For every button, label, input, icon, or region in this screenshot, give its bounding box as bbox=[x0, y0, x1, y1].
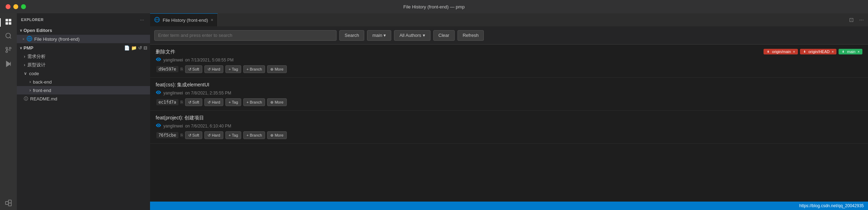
commit-meta: yanglinwei on 7/6/2021, 6:10:40 PM bbox=[156, 123, 862, 129]
tab-bar-left: File History (front-end) × bbox=[150, 13, 218, 26]
sidebar-item-run[interactable] bbox=[2, 58, 15, 71]
tab-label: File History (front-end) bbox=[163, 18, 208, 23]
tree-item-readme[interactable]: ⓘ README.md bbox=[17, 94, 150, 103]
badge-close-icon[interactable]: × bbox=[793, 50, 795, 54]
copy-icon[interactable]: ⎘ bbox=[181, 133, 183, 138]
refresh-button[interactable]: Refresh bbox=[457, 30, 484, 41]
tree-item-label: 需求分析 bbox=[27, 53, 46, 60]
table-row[interactable]: feat(css): 集成elementUI yanglinwei on 7/8… bbox=[150, 78, 868, 111]
copy-icon[interactable]: ⎘ bbox=[181, 100, 183, 105]
split-editor-icon[interactable]: ⊡ bbox=[848, 15, 855, 25]
commit-date: on 7/6/2021, 6:10:40 PM bbox=[185, 124, 231, 129]
add-tag-button[interactable]: + Tag bbox=[225, 65, 241, 73]
add-branch-button[interactable]: + Branch bbox=[243, 131, 265, 139]
open-editors-header[interactable]: ∨ Open Editors bbox=[17, 26, 150, 35]
sidebar-item-search[interactable] bbox=[2, 30, 15, 43]
soft-button[interactable]: ↺Soft bbox=[185, 131, 203, 139]
tab-file-history[interactable]: File History (front-end) × bbox=[150, 13, 218, 26]
sidebar-more-button[interactable]: ··· bbox=[138, 16, 146, 24]
badge-main-close-icon[interactable]: × bbox=[857, 50, 860, 54]
svg-rect-13 bbox=[8, 203, 11, 206]
sidebar-item-extensions[interactable] bbox=[2, 197, 15, 210]
maximize-button[interactable] bbox=[21, 4, 26, 9]
commit-left: 删除文件 yanglinwei on 7/13/2021, 5:08:55 PM bbox=[156, 49, 764, 63]
table-row[interactable]: feat(project): 创建项目 yanglinwei on 7/6/20… bbox=[150, 111, 868, 144]
commit-header: feat(css): 集成elementUI yanglinwei on 7/8… bbox=[156, 82, 862, 96]
hard-button[interactable]: ↺Hard bbox=[204, 98, 223, 106]
tree-item-code[interactable]: ∨ code bbox=[17, 69, 150, 78]
clear-button[interactable]: Clear bbox=[433, 30, 455, 41]
authors-label: All Authors bbox=[399, 33, 421, 38]
hard-button[interactable]: ↺Hard bbox=[204, 65, 223, 73]
commit-date: on 7/8/2021, 2:35:55 PM bbox=[185, 91, 231, 96]
tree-item-frontend[interactable]: › front-end bbox=[17, 86, 150, 94]
add-tag-button[interactable]: + Tag bbox=[225, 131, 241, 139]
tree-item-label: 原型设计 bbox=[27, 62, 46, 68]
tree-item-label: code bbox=[29, 71, 39, 76]
badge-origin-main: origin/main × bbox=[764, 49, 798, 54]
commit-message: feat(project): 创建项目 bbox=[156, 115, 862, 121]
svg-rect-0 bbox=[6, 19, 8, 21]
commit-author: yanglinwei bbox=[163, 124, 183, 129]
run-icon bbox=[5, 60, 12, 69]
tab-more-icon[interactable]: ··· bbox=[858, 15, 865, 25]
add-branch-button[interactable]: + Branch bbox=[243, 98, 265, 106]
sidebar-item-explorer[interactable] bbox=[2, 16, 15, 29]
badge-origin-head-close-icon[interactable]: × bbox=[832, 50, 834, 54]
pmp-actions: 📄 📁 ↺ ⊟ bbox=[124, 45, 147, 51]
copy-icon[interactable]: ⎘ bbox=[181, 67, 183, 72]
file-globe-icon bbox=[27, 36, 32, 42]
folder-chevron-icon: › bbox=[24, 54, 25, 59]
new-folder-icon[interactable]: 📁 bbox=[131, 45, 137, 51]
commit-actions-row: d9e597e ⎘ ↺Soft ↺Hard + Tag + Branch ⊕ M… bbox=[156, 65, 862, 73]
tree-item-label: front-end bbox=[33, 88, 51, 93]
pmp-header[interactable]: ∨ PMP 📄 📁 ↺ ⊟ bbox=[17, 43, 150, 52]
tree-item-requirements[interactable]: › 需求分析 bbox=[17, 52, 150, 61]
info-icon: ⓘ bbox=[24, 96, 28, 102]
explorer-icon bbox=[5, 18, 12, 27]
more-button-2[interactable]: ⊕ More bbox=[267, 98, 286, 106]
add-branch-button[interactable]: + Branch bbox=[243, 65, 265, 73]
svg-rect-3 bbox=[9, 22, 11, 24]
open-editor-item[interactable]: × File History (front-end) bbox=[17, 35, 150, 43]
soft-button[interactable]: ↺Soft bbox=[185, 98, 203, 106]
hard-button[interactable]: ↺Hard bbox=[204, 131, 223, 139]
more-button-3[interactable]: ⊕ More bbox=[267, 131, 286, 139]
tree-item-label: back-end bbox=[33, 79, 52, 85]
soft-button[interactable]: ↺Soft bbox=[185, 65, 203, 73]
branch-chevron-icon: ▾ bbox=[384, 33, 386, 38]
collapse-icon[interactable]: ⊟ bbox=[143, 45, 147, 51]
sidebar-title: Explorer bbox=[21, 18, 44, 22]
refresh-icon[interactable]: ↺ bbox=[138, 45, 142, 51]
tab-globe-icon bbox=[154, 17, 160, 24]
svg-point-4 bbox=[6, 33, 11, 38]
add-tag-button[interactable]: + Tag bbox=[225, 98, 241, 106]
folder-chevron-icon: › bbox=[29, 79, 31, 84]
commit-actions-row: 76f5cbe ⎘ ↺Soft ↺Hard + Tag + Branch ⊕ M… bbox=[156, 131, 862, 139]
editor-close-icon[interactable]: × bbox=[22, 37, 25, 41]
commit-actions-row: ec1fd7a ⎘ ↺Soft ↺Hard + Tag + Branch ⊕ M… bbox=[156, 98, 862, 106]
folder-chevron-icon: ∨ bbox=[24, 71, 27, 76]
open-editors-label: Open Editors bbox=[23, 28, 52, 33]
commit-message: 删除文件 bbox=[156, 49, 764, 55]
sidebar-item-source-control[interactable] bbox=[2, 44, 15, 57]
branch-dropdown-button[interactable]: main ▾ bbox=[367, 30, 391, 41]
tab-close-button[interactable]: × bbox=[211, 18, 213, 22]
window-controls[interactable] bbox=[6, 4, 26, 9]
new-file-icon[interactable]: 📄 bbox=[124, 45, 130, 51]
eye-icon bbox=[156, 123, 161, 129]
tree-item-backend[interactable]: › back-end bbox=[17, 78, 150, 86]
table-row[interactable]: 删除文件 yanglinwei on 7/13/2021, 5:08:55 PM bbox=[150, 45, 868, 78]
branch-label: main bbox=[372, 33, 382, 38]
minimize-button[interactable] bbox=[13, 4, 18, 9]
search-button[interactable]: Search bbox=[339, 30, 364, 41]
close-button[interactable] bbox=[6, 4, 11, 9]
svg-marker-9 bbox=[6, 61, 11, 66]
tree-item-prototype[interactable]: › 原型设计 bbox=[17, 61, 150, 69]
search-input[interactable] bbox=[154, 30, 337, 41]
authors-dropdown-button[interactable]: All Authors ▾ bbox=[394, 30, 430, 41]
pmp-label: PMP bbox=[23, 45, 33, 51]
more-button-1[interactable]: ⊕ More bbox=[267, 65, 286, 73]
toolbar: Search main ▾ All Authors ▾ Clear Refres… bbox=[150, 26, 868, 45]
commit-meta: yanglinwei on 7/8/2021, 2:35:55 PM bbox=[156, 90, 862, 96]
